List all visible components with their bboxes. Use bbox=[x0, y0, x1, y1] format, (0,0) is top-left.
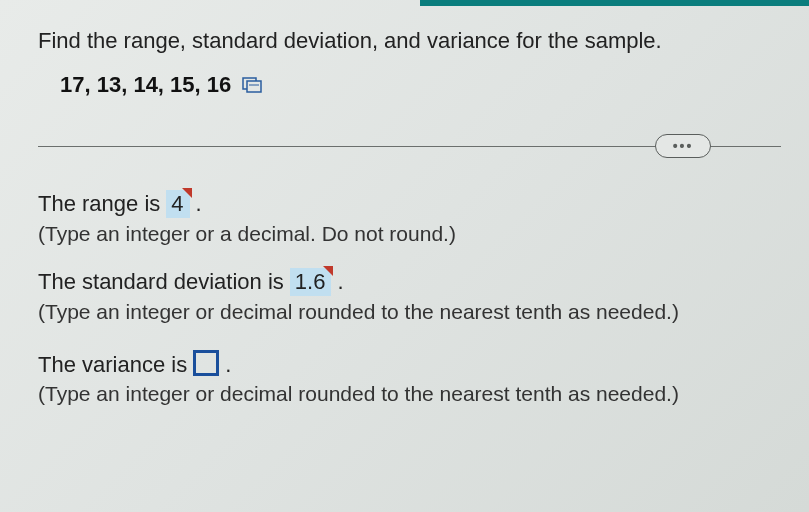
variance-suffix: . bbox=[225, 352, 231, 378]
stddev-input-filled[interactable]: 1.6 bbox=[290, 268, 332, 296]
range-suffix: . bbox=[196, 191, 202, 217]
range-line: The range is 4. bbox=[38, 190, 202, 218]
question-prompt: Find the range, standard deviation, and … bbox=[38, 28, 781, 54]
section-divider: ••• bbox=[38, 132, 781, 160]
stddev-suffix: . bbox=[337, 269, 343, 295]
stddev-line: The standard deviation is 1.6. bbox=[38, 268, 344, 296]
stddev-hint: (Type an integer or decimal rounded to t… bbox=[38, 300, 781, 324]
variance-block: The variance is . (Type an integer or de… bbox=[38, 346, 781, 406]
calculator-icon[interactable] bbox=[241, 76, 263, 94]
ellipsis-icon: ••• bbox=[673, 139, 694, 153]
variance-prefix: The variance is bbox=[38, 352, 187, 378]
range-prefix: The range is bbox=[38, 191, 160, 217]
more-button[interactable]: ••• bbox=[655, 134, 711, 158]
sample-data-row: 17, 13, 14, 15, 16 bbox=[60, 72, 781, 98]
range-block: The range is 4. (Type an integer or a de… bbox=[38, 190, 781, 246]
range-hint: (Type an integer or a decimal. Do not ro… bbox=[38, 222, 781, 246]
variance-input-empty[interactable] bbox=[193, 350, 219, 376]
stddev-prefix: The standard deviation is bbox=[38, 269, 284, 295]
variance-line: The variance is . bbox=[38, 346, 231, 378]
question-content: Find the range, standard deviation, and … bbox=[0, 6, 809, 406]
variance-hint: (Type an integer or decimal rounded to t… bbox=[38, 382, 781, 406]
sample-values: 17, 13, 14, 15, 16 bbox=[60, 72, 231, 98]
svg-rect-1 bbox=[247, 81, 261, 92]
range-input-filled[interactable]: 4 bbox=[166, 190, 189, 218]
stddev-block: The standard deviation is 1.6. (Type an … bbox=[38, 268, 781, 324]
